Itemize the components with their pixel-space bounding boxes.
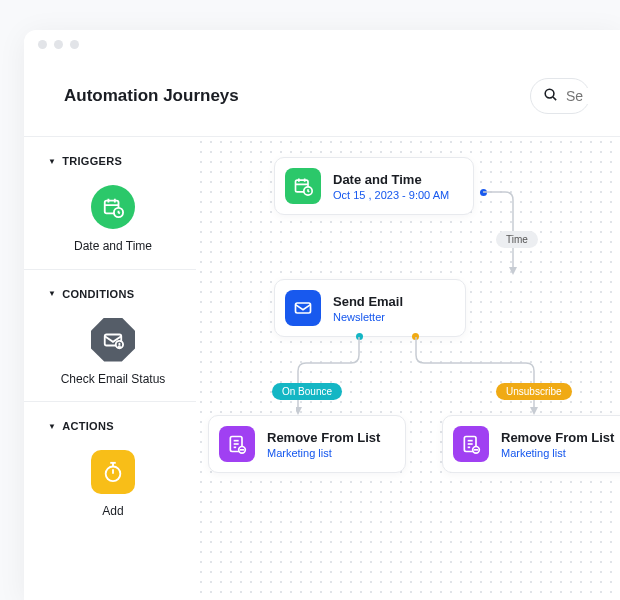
sidebar-item-label: Date and Time bbox=[74, 239, 152, 255]
svg-point-0 bbox=[545, 89, 554, 98]
node-subtitle: Marketing list bbox=[501, 447, 614, 459]
search-icon bbox=[543, 87, 558, 105]
node-title: Send Email bbox=[333, 294, 403, 309]
connector-dot[interactable] bbox=[480, 189, 487, 196]
calendar-clock-icon bbox=[91, 185, 135, 229]
section-header-conditions[interactable]: ▼ CONDITIONS bbox=[48, 288, 178, 300]
list-remove-icon bbox=[219, 426, 255, 462]
list-remove-icon bbox=[453, 426, 489, 462]
sidebar-item-check-email[interactable]: Check Email Status bbox=[48, 318, 178, 388]
sidebar: ▼ TRIGGERS Date and Time ▼ CONDITIONS bbox=[24, 137, 196, 600]
connector-label-time: Time bbox=[496, 231, 538, 248]
sidebar-section-actions: ▼ ACTIONS Add bbox=[24, 402, 196, 534]
connector-dot[interactable] bbox=[356, 333, 363, 340]
connector-dot[interactable] bbox=[412, 333, 419, 340]
node-subtitle: Newsletter bbox=[333, 311, 403, 323]
node-title: Remove From List bbox=[501, 430, 614, 445]
caret-down-icon: ▼ bbox=[48, 422, 56, 431]
svg-rect-21 bbox=[296, 303, 311, 313]
flow-node-remove-list-2[interactable]: Remove From List Marketing list bbox=[442, 415, 620, 473]
window-titlebar bbox=[24, 30, 620, 60]
mail-icon bbox=[285, 290, 321, 326]
node-text: Remove From List Marketing list bbox=[267, 430, 380, 459]
section-heading: ACTIONS bbox=[62, 420, 114, 432]
sidebar-item-datetime[interactable]: Date and Time bbox=[48, 185, 178, 255]
svg-marker-20 bbox=[509, 267, 517, 275]
node-text: Send Email Newsletter bbox=[333, 294, 403, 323]
connector-label-bounce: On Bounce bbox=[272, 383, 342, 400]
window-dot bbox=[38, 40, 47, 49]
flow-node-datetime[interactable]: Date and Time Oct 15 , 2023 - 9:00 AM bbox=[274, 157, 474, 215]
section-header-actions[interactable]: ▼ ACTIONS bbox=[48, 420, 178, 432]
page-title: Automation Journeys bbox=[64, 86, 239, 106]
caret-down-icon: ▼ bbox=[48, 289, 56, 298]
caret-down-icon: ▼ bbox=[48, 157, 56, 166]
sidebar-item-label: Check Email Status bbox=[61, 372, 166, 388]
sidebar-section-conditions: ▼ CONDITIONS Check Email Status bbox=[24, 270, 196, 403]
stopwatch-icon bbox=[91, 450, 135, 494]
window-dot bbox=[70, 40, 79, 49]
app-body: ▼ TRIGGERS Date and Time ▼ CONDITIONS bbox=[24, 136, 620, 600]
section-heading: CONDITIONS bbox=[62, 288, 134, 300]
section-header-triggers[interactable]: ▼ TRIGGERS bbox=[48, 155, 178, 167]
node-title: Remove From List bbox=[267, 430, 380, 445]
app-window: Automation Journeys ▼ TRIGGERS Date and … bbox=[24, 30, 620, 600]
node-subtitle: Marketing list bbox=[267, 447, 380, 459]
connector-line bbox=[414, 337, 544, 417]
window-dot bbox=[54, 40, 63, 49]
sidebar-item-add[interactable]: Add bbox=[48, 450, 178, 520]
flow-node-remove-list-1[interactable]: Remove From List Marketing list bbox=[208, 415, 406, 473]
svg-marker-23 bbox=[530, 407, 538, 415]
calendar-clock-icon bbox=[285, 168, 321, 204]
sidebar-section-triggers: ▼ TRIGGERS Date and Time bbox=[24, 137, 196, 270]
sidebar-item-label: Add bbox=[102, 504, 123, 520]
app-header: Automation Journeys bbox=[24, 60, 620, 136]
svg-marker-22 bbox=[296, 407, 302, 415]
svg-point-10 bbox=[119, 346, 120, 347]
search-box[interactable] bbox=[530, 78, 590, 114]
connector-line bbox=[296, 337, 366, 417]
node-title: Date and Time bbox=[333, 172, 449, 187]
mail-alert-icon bbox=[91, 318, 135, 362]
node-text: Remove From List Marketing list bbox=[501, 430, 614, 459]
node-text: Date and Time Oct 15 , 2023 - 9:00 AM bbox=[333, 172, 449, 201]
svg-line-1 bbox=[553, 97, 556, 100]
search-input[interactable] bbox=[566, 88, 596, 104]
connector-label-unsubscribe: Unsubscribe bbox=[496, 383, 572, 400]
node-subtitle: Oct 15 , 2023 - 9:00 AM bbox=[333, 189, 449, 201]
flow-node-send-email[interactable]: Send Email Newsletter bbox=[274, 279, 466, 337]
flow-canvas[interactable]: Date and Time Oct 15 , 2023 - 9:00 AM Ti… bbox=[196, 137, 620, 600]
section-heading: TRIGGERS bbox=[62, 155, 122, 167]
